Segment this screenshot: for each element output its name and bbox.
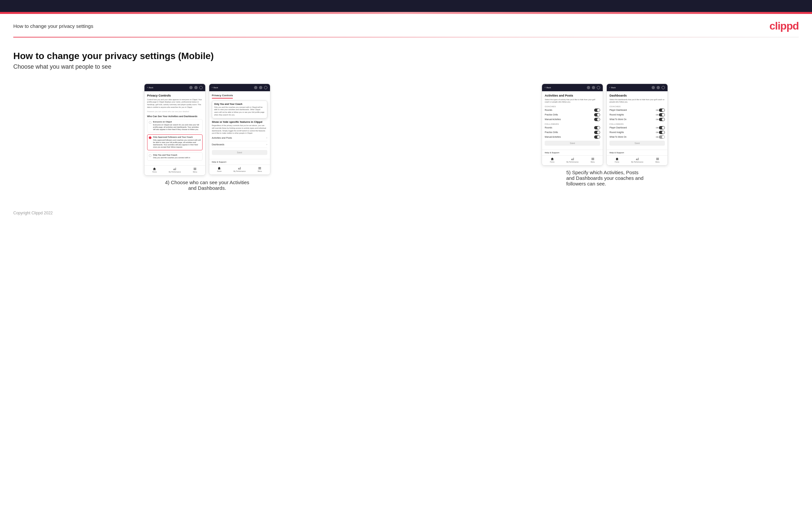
mobile-topbar-1: ‹ Back bbox=[145, 84, 205, 91]
radio-option-approved[interactable]: Only Approved Followers and Your Coach O… bbox=[147, 134, 203, 150]
coaches-player-dash-label: Player Dashboard bbox=[609, 109, 627, 111]
nav-menu-4[interactable]: Menu bbox=[647, 157, 667, 164]
back-button-2[interactable]: ‹ Back bbox=[212, 86, 218, 89]
screenshot-3: ‹ Back Activities and Posts Select the t… bbox=[542, 83, 603, 166]
help-support-2: Help & Support bbox=[209, 159, 270, 165]
mobile-topbar-2: ‹ Back bbox=[209, 84, 270, 91]
coaches-label-4: COACHES bbox=[609, 106, 665, 108]
bottom-nav-3: Home My Performance Menu bbox=[542, 155, 603, 165]
settings-icon-2[interactable] bbox=[264, 86, 267, 89]
nav-performance-4[interactable]: My Performance bbox=[627, 157, 647, 164]
list-item-activities[interactable]: Activities and Posts › bbox=[212, 135, 267, 142]
nav-menu-1[interactable]: Menu bbox=[185, 167, 205, 174]
coaches-practice-row: Practice Drills bbox=[545, 113, 600, 116]
radio-circle-everyone bbox=[149, 121, 151, 124]
coaches-practice-toggle[interactable] bbox=[594, 113, 600, 116]
profile-icon-4[interactable] bbox=[657, 86, 660, 89]
coaches-rounds-toggle[interactable] bbox=[594, 109, 600, 112]
followers-round-insights-toggle[interactable] bbox=[659, 131, 665, 134]
svg-rect-11 bbox=[656, 160, 659, 160]
coaches-round-insights-toggle[interactable] bbox=[659, 113, 665, 116]
help-support-3: Help & Support bbox=[542, 150, 603, 155]
radio-text-everyone: Everyone on Clippd Everyone on Clippd ca… bbox=[153, 121, 201, 131]
nav-menu-2[interactable]: Menu bbox=[250, 167, 270, 173]
save-button-4[interactable]: Save bbox=[609, 141, 665, 146]
caption-5: 5) Specify which Activities, Posts and D… bbox=[566, 170, 644, 186]
search-icon-4[interactable] bbox=[652, 86, 655, 89]
coaches-manual-toggle[interactable] bbox=[594, 118, 600, 121]
followers-manual-toggle[interactable] bbox=[594, 135, 600, 139]
privacy-tab: Privacy Controls bbox=[212, 94, 233, 99]
coaches-round-insights-row: Round Insights ON bbox=[609, 113, 665, 116]
svg-rect-3 bbox=[258, 167, 261, 168]
settings-icon[interactable] bbox=[199, 86, 203, 89]
caption-5-line3: followers can see. bbox=[566, 181, 606, 186]
settings-icon-3[interactable] bbox=[597, 86, 600, 89]
list-item-dashboards[interactable]: Dashboards › bbox=[212, 142, 267, 148]
followers-what-to-work-row: What To Work On ON bbox=[609, 135, 665, 139]
nav-performance-1[interactable]: My Performance bbox=[165, 167, 185, 174]
breadcrumb: How to change your privacy settings bbox=[13, 23, 93, 29]
back-button-4[interactable]: ‹ Back bbox=[609, 86, 616, 89]
radio-circle-approved bbox=[149, 136, 151, 139]
radio-option-coach-only[interactable]: Only You and Your Coach Only you and the… bbox=[147, 152, 203, 161]
coaches-player-dash-toggle-group: ON bbox=[656, 109, 665, 112]
svg-rect-4 bbox=[258, 168, 261, 169]
mobile-body-3: Activities and Posts Select the types of… bbox=[542, 91, 603, 150]
settings-icon-4[interactable] bbox=[662, 86, 665, 89]
save-button-2[interactable]: Save bbox=[212, 150, 267, 155]
followers-player-dash-label: Player Dashboard bbox=[609, 126, 627, 129]
nav-home-1[interactable]: Home bbox=[145, 167, 165, 174]
coaches-player-dash-toggle[interactable] bbox=[659, 109, 665, 112]
logo: clippd bbox=[769, 20, 799, 32]
popup-text: Only you and the coaches you connect wit… bbox=[214, 106, 265, 116]
svg-rect-8 bbox=[592, 160, 594, 160]
bottom-nav-4: Home My Performance Menu bbox=[607, 155, 667, 165]
right-screenshots: ‹ Back Activities and Posts Select the t… bbox=[542, 83, 668, 166]
svg-rect-7 bbox=[592, 159, 594, 159]
left-screenshots: ‹ Back Privacy Controls Control how you … bbox=[144, 83, 270, 176]
coaches-rounds-row: Rounds bbox=[545, 109, 600, 112]
search-icon-2[interactable] bbox=[254, 86, 257, 89]
followers-round-insights-toggle-group: ON bbox=[656, 131, 665, 134]
followers-practice-toggle[interactable] bbox=[594, 131, 600, 134]
followers-player-dash-toggle-group: ON bbox=[656, 126, 665, 129]
followers-player-dash-toggle[interactable] bbox=[659, 126, 665, 129]
nav-home-4[interactable]: Home bbox=[607, 157, 627, 164]
radio-option-everyone[interactable]: Everyone on Clippd Everyone on Clippd ca… bbox=[147, 119, 203, 132]
followers-what-to-work-toggle[interactable] bbox=[659, 135, 665, 139]
coaches-what-to-work-row: What To Work On ON bbox=[609, 118, 665, 121]
nav-menu-3[interactable]: Menu bbox=[582, 157, 603, 164]
main-content: How to change your privacy settings (Mob… bbox=[0, 38, 812, 205]
topbar-icons-1 bbox=[189, 86, 203, 89]
followers-round-insights-row: Round Insights ON bbox=[609, 131, 665, 134]
section-group-4: ‹ Back Privacy Controls Control how you … bbox=[13, 83, 401, 191]
coaches-rounds-label: Rounds bbox=[545, 109, 552, 111]
search-icon[interactable] bbox=[189, 86, 193, 89]
coaches-what-to-work-toggle[interactable] bbox=[659, 118, 665, 121]
coaches-what-to-work-toggle-group: ON bbox=[656, 118, 665, 121]
svg-rect-5 bbox=[258, 169, 261, 169]
save-button-3[interactable]: Save bbox=[545, 141, 600, 146]
nav-home-3[interactable]: Home bbox=[542, 157, 562, 164]
back-button-1[interactable]: ‹ Back bbox=[147, 86, 153, 89]
privacy-controls-title: Privacy Controls bbox=[147, 94, 203, 97]
show-hide-text: Regardless of the privacy controls that … bbox=[212, 124, 267, 135]
screenshots-section: ‹ Back Privacy Controls Control how you … bbox=[13, 83, 799, 191]
profile-icon[interactable] bbox=[194, 86, 198, 89]
privacy-controls-text: Control how you and your data appears to… bbox=[147, 99, 203, 109]
who-can-see-title: Who Can See Your Activities and Dashboar… bbox=[147, 115, 203, 117]
followers-label-3: FOLLOWERS bbox=[545, 123, 600, 125]
nav-performance-3[interactable]: My Performance bbox=[562, 157, 582, 164]
profile-icon-3[interactable] bbox=[592, 86, 595, 89]
followers-rounds-toggle[interactable] bbox=[594, 126, 600, 129]
profile-icon-2[interactable] bbox=[259, 86, 262, 89]
followers-manual-label: Manual Activities bbox=[545, 136, 561, 138]
nav-home-2[interactable]: Home bbox=[209, 167, 230, 173]
nav-performance-2[interactable]: My Performance bbox=[230, 167, 250, 173]
bottom-nav-2: Home My Performance Menu bbox=[209, 165, 270, 174]
search-icon-3[interactable] bbox=[587, 86, 590, 89]
back-button-3[interactable]: ‹ Back bbox=[545, 86, 551, 89]
svg-rect-9 bbox=[656, 158, 659, 158]
coaches-practice-label: Practice Drills bbox=[545, 113, 558, 116]
